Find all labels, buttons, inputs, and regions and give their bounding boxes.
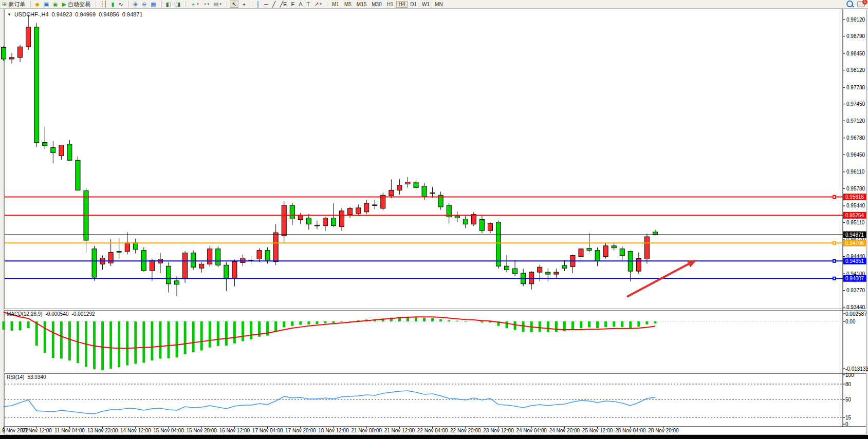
timeframe-mn-button[interactable]: MN (432, 1, 446, 8)
market-watch-button[interactable]: ◆ (33, 1, 41, 8)
label-icon: T (307, 1, 310, 7)
template-button[interactable]: ▤▾ (212, 1, 223, 8)
rsi-indicator-label: RSI(14) 53.9340 (7, 374, 46, 380)
toolbar-separator (326, 1, 327, 7)
signals-button[interactable]: ◉ (51, 1, 60, 8)
vertical-line-icon: │ (256, 1, 260, 7)
toolbar-separator (184, 1, 186, 7)
zoom-in-icon: ⊕ (133, 1, 138, 7)
trendline-button[interactable]: ╱ (271, 1, 278, 8)
period-button[interactable]: ◔▾ (201, 1, 211, 8)
signals-icon: ◉ (53, 1, 58, 7)
macd-main-value: -0.000540 (45, 311, 68, 317)
candlestick-chart-button[interactable]: ▮ (109, 1, 116, 8)
crosshair-button[interactable]: ＋ (239, 1, 248, 8)
new-order-button[interactable]: ⊞新订单 (1, 1, 27, 8)
chevron-down-icon: ▾ (197, 2, 199, 6)
period-icon: ◔ (203, 1, 207, 7)
timeframe-m5-button[interactable]: M5 (342, 1, 354, 8)
add-indicator-icon: ＋ (190, 1, 196, 7)
macd-signal-value: -0.001292 (72, 311, 95, 317)
timeframe-h4-button[interactable]: H4 (396, 1, 408, 8)
toolbar-separator (127, 1, 129, 7)
quote-open: 0.94923 (52, 11, 72, 17)
macd-indicator-label: MACD(12,26,9) -0.000540 -0.001292 (7, 311, 95, 317)
chart-symbol-period: USDCHF-,H4 (14, 11, 49, 17)
macd-rsi-splitter[interactable] (4, 372, 866, 374)
chevron-down-icon: ▾ (320, 2, 322, 6)
chat-icon[interactable]: 1 (857, 1, 865, 7)
notification-badge: 1 (862, 0, 867, 5)
quote-high: 0.94969 (75, 11, 96, 17)
autotrading-button-label: 自动交易 (68, 1, 90, 8)
new-order-icon: ⊞ (2, 1, 7, 7)
arrange-windows-icon: ◧ (166, 1, 171, 7)
timeframe-h1-button[interactable]: H1 (384, 1, 396, 8)
label-button[interactable]: T (305, 1, 312, 8)
timeframe-m30-button[interactable]: M30 (369, 1, 384, 8)
tile-windows-icon: ▦ (151, 1, 156, 7)
timeframe-m15-button[interactable]: M15 (354, 1, 369, 8)
cascade-windows-icon: ◨ (175, 1, 180, 7)
timeframe-m1-button[interactable]: M1 (329, 1, 342, 8)
cursor-button[interactable]: ↖ (230, 1, 238, 8)
fibonacci-button[interactable]: F (289, 1, 296, 8)
macd-name: MACD(12,26,9) (7, 311, 42, 317)
new-order-button-label: 新订单 (8, 1, 25, 8)
toolbar-separator (95, 1, 96, 7)
zoom-out-button[interactable]: ⊖ (140, 1, 148, 8)
line-chart-icon: ∿ (118, 1, 123, 7)
arrange-windows-button[interactable]: ◧ (164, 1, 173, 8)
channel-icon: ╱E (280, 1, 287, 7)
timeframe-d1-button[interactable]: D1 (408, 1, 419, 8)
quote-low: 0.94856 (99, 11, 119, 17)
line-chart-button[interactable]: ∿ (117, 1, 124, 8)
bottom-black-bar (0, 435, 868, 439)
fibonacci-icon: F (291, 1, 294, 7)
autotrading-button[interactable]: ▶自动交易 (61, 1, 92, 8)
vertical-line-button[interactable]: │ (255, 1, 262, 8)
tile-windows-button[interactable]: ▦ (149, 1, 157, 8)
zoom-in-button[interactable]: ⊕ (132, 1, 139, 8)
toolbar-separator (251, 1, 252, 7)
bar-chart-icon: ┆┆ (100, 1, 107, 7)
add-indicator-button[interactable]: ＋▾ (189, 1, 200, 8)
bar-chart-button[interactable]: ┆┆ (99, 1, 108, 8)
toolbar-separator (29, 1, 31, 7)
template-icon: ▤ (213, 1, 218, 7)
chevron-down-icon: ▾ (219, 2, 221, 6)
channel-button[interactable]: ╱E (278, 1, 288, 8)
crosshair-icon: ＋ (241, 1, 247, 7)
main-macd-splitter[interactable] (4, 309, 866, 311)
chart-collapse-icon[interactable]: ▼ (7, 12, 11, 17)
toolbar-separator (160, 1, 162, 7)
cursor-icon: ↖ (232, 1, 236, 7)
shapes-button[interactable]: ↗▾ (312, 1, 323, 8)
data-window-button[interactable]: ▣ (42, 1, 50, 8)
autotrading-icon: ▶ (62, 1, 66, 7)
toolbar-separator (226, 1, 227, 7)
chart-header: ▼ USDCHF-,H4 0.94923 0.94969 0.94856 0.9… (7, 11, 143, 17)
main-toolbar: ⊞新订单◆▣◉▶自动交易┆┆▮∿⊕⊖▦◧◨＋▾◔▾▤▾↖＋│─╱╱EFAT↗▾M… (0, 0, 868, 9)
chart-window (4, 9, 866, 434)
search-icon[interactable] (846, 1, 853, 7)
quote-close: 0.94871 (122, 11, 143, 17)
data-window-icon: ▣ (44, 1, 49, 7)
cascade-windows-button[interactable]: ◨ (174, 1, 182, 8)
candlestick-chart-icon: ▮ (111, 1, 114, 7)
timeframe-w1-button[interactable]: W1 (419, 1, 432, 8)
horizontal-line-icon: ─ (264, 1, 268, 7)
text-icon: A (299, 1, 302, 7)
shapes-icon: ↗ (314, 1, 319, 7)
horizontal-line-button[interactable]: ─ (263, 1, 270, 8)
market-watch-icon: ◆ (35, 1, 39, 7)
trendline-icon: ╱ (272, 1, 276, 7)
zoom-out-icon: ⊖ (142, 1, 146, 7)
chevron-down-icon: ▾ (208, 2, 210, 6)
rsi-value: 53.9340 (27, 374, 46, 380)
rsi-name: RSI(14) (7, 374, 24, 380)
text-button[interactable]: A (297, 1, 304, 8)
